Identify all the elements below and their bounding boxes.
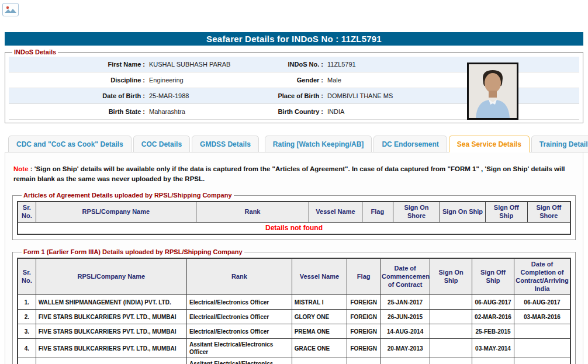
cell-flag: FOREIGN: [347, 310, 381, 324]
articles-table: Sr. No. RPSL/Company Name Rank Vessel Na…: [17, 201, 571, 235]
col-sr-no: Sr. No.: [18, 202, 36, 222]
col-sign-off-shore: Sign Off Shore: [527, 202, 570, 222]
cell-sign-on-ship: [430, 339, 472, 358]
cell-sr-no: 2.: [18, 310, 36, 324]
articles-legend: Articles of Agreement Details uploaded b…: [22, 192, 234, 199]
sign-on-ship-note: Note : 'Sign on Ship' details will be av…: [13, 164, 575, 183]
cell-vessel: MISTRAL I: [292, 295, 347, 310]
first-name-value: KUSHAL SUBHASH PARAB: [149, 57, 260, 72]
cell-date-commencement: 20-MAY-2013: [381, 339, 430, 358]
cell-sign-on-ship: [430, 295, 472, 310]
cell-company: FIVE STARS BULKCARRIERS PVT. LTD., MUMBA…: [36, 310, 186, 324]
table-row: 4. FIVE STARS BULKCARRIERS PVT. LTD., MU…: [18, 339, 570, 358]
place-of-birth-label: Place of Birth :: [260, 88, 327, 103]
col-vessel: Vessel Name: [309, 202, 362, 222]
page-title: Seafarer Details for INDoS No : 11ZL5791: [5, 32, 583, 46]
cell-company: FIVE STARS BULKCARRIERS PVT. LTD., MUMBA…: [36, 324, 186, 339]
place-of-birth-value: DOMBIVLI THANE MS: [327, 88, 456, 103]
cell-sign-off-ship: 06-AUG-2017: [472, 295, 514, 310]
tab-cdc-coc-as-cook-details[interactable]: CDC and "CoC as Cook" Details: [8, 136, 132, 152]
cell-flag: FOREIGN: [347, 339, 381, 358]
col-sr-no: Sr. No.: [18, 258, 36, 295]
seafarer-photo: [467, 63, 518, 120]
col-sign-off-ship: Sign Off Ship: [485, 202, 527, 222]
discipline-label: Discipline :: [9, 72, 149, 88]
cell-flag: FOREIGN: [347, 295, 381, 310]
cell-sr-no: 5.: [18, 358, 36, 364]
col-date-commencement: Date of Commencement of Contract: [381, 258, 430, 295]
table-row: 5. FIVE STARS BULKCARRIERS PVT. LTD., MU…: [18, 358, 570, 364]
col-sign-on-ship: Sign On Ship: [430, 258, 472, 295]
cell-date-commencement: 30-JAN-2012: [381, 358, 430, 364]
indos-details-section: INDoS Details First Name : KUSHAL SUBHAS…: [5, 48, 583, 123]
birth-country-value: INDIA: [327, 104, 456, 119]
cell-vessel: PREMA ONE: [292, 324, 347, 339]
tab-dc-endorsement[interactable]: DC Endorsement: [373, 136, 447, 152]
details-not-found-message: Details not found: [18, 222, 570, 234]
birth-country-label: Birth Country :: [260, 104, 327, 119]
birth-state-label: Birth State :: [9, 104, 149, 119]
tab-content-panel: Note : 'Sign on Ship' details will be av…: [5, 152, 583, 364]
cell-sign-on-ship: [430, 324, 472, 339]
col-sign-on-ship: Sign On Ship: [440, 202, 486, 222]
form1-table: Sr. No. RPSL/Company Name Rank Vessel Na…: [17, 258, 571, 364]
first-name-label: First Name :: [9, 57, 149, 72]
col-rank: Rank: [196, 202, 309, 222]
table-row: 3. FIVE STARS BULKCARRIERS PVT. LTD., MU…: [18, 324, 570, 339]
cell-rank: Assitant Electrical/Electronics Officer: [186, 339, 292, 358]
cell-flag: FOREIGN: [347, 324, 381, 339]
cell-sign-off-ship: 03-MAY-2014: [472, 339, 514, 358]
indos-no-value: 11ZL5791: [327, 57, 456, 72]
cell-date-completion: 19-SEP-2012: [514, 358, 570, 364]
articles-of-agreement-section: Articles of Agreement Details uploaded b…: [12, 192, 576, 240]
col-sign-off-ship: Sign Off Ship: [472, 258, 514, 295]
cell-date-commencement: 25-JAN-2017: [381, 295, 430, 310]
cell-sr-no: 4.: [18, 339, 36, 358]
indos-no-label: INDoS No. :: [260, 57, 327, 72]
cell-sign-on-ship: [430, 358, 472, 364]
tab-rating-watch-keeping-ab[interactable]: Rating [Watch Keeping/AB]: [265, 136, 372, 152]
tab-sea-service-details[interactable]: Sea Service Details: [449, 136, 530, 152]
cell-rank: Electrical/Electronics Officer: [186, 310, 292, 324]
col-sign-on-shore: Sign On Shore: [393, 202, 440, 222]
discipline-value: Engineering: [149, 72, 260, 88]
cell-date-completion: 03-MAR-2016: [514, 310, 570, 324]
cell-rank: Electrical/Electronics Officer: [186, 324, 292, 339]
note-body: : 'Sign on Ship' details will be availab…: [13, 165, 565, 182]
tab-coc-details[interactable]: COC Details: [133, 136, 190, 152]
articles-header-row: Sr. No. RPSL/Company Name Rank Vessel Na…: [18, 202, 570, 222]
cell-rank: Electrical/Electronics Officer: [186, 295, 292, 310]
form1-legend: Form 1 (Earlier Form IIIA) Details uploa…: [22, 248, 244, 255]
col-flag: Flag: [362, 202, 393, 222]
cell-sign-off-ship: 02-MAR-2016: [472, 310, 514, 324]
cell-date-commencement: 26-JUN-2015: [381, 310, 430, 324]
tab-training-details[interactable]: Training Details: [531, 136, 588, 152]
gender-value: Male: [327, 72, 456, 88]
form1-header-row: Sr. No. RPSL/Company Name Rank Vessel Na…: [18, 258, 570, 295]
gender-label: Gender :: [260, 72, 327, 88]
cell-date-completion: [514, 324, 570, 339]
tab-gmdss-details[interactable]: GMDSS Details: [192, 136, 259, 152]
seafarer-details-page: Seafarer Details for INDoS No : 11ZL5791…: [0, 0, 588, 364]
cell-sign-off-ship: 25-FEB-2015: [472, 324, 514, 339]
cell-vessel: GLORY ONE: [292, 310, 347, 324]
table-row: 2. FIVE STARS BULKCARRIERS PVT. LTD., MU…: [18, 310, 570, 324]
cell-sr-no: 3.: [18, 324, 36, 339]
cell-sign-on-ship: [430, 310, 472, 324]
dob-label: Date of Birth :: [9, 88, 149, 103]
cell-sign-off-ship: 18-SEP-2012: [472, 358, 514, 364]
cell-date-commencement: 14-AUG-2014: [381, 324, 430, 339]
birth-state-value: Maharashtra: [149, 104, 260, 119]
col-date-completion: Date of Completion of Contract/Arriving …: [514, 258, 570, 295]
col-flag: Flag: [347, 258, 381, 295]
col-vessel: Vessel Name: [292, 258, 347, 295]
col-company: RPSL/Company Name: [36, 258, 186, 295]
cell-sr-no: 1.: [18, 295, 36, 310]
table-row: 1. WALLEM SHIPMANAGEMENT (INDIA) PVT. LT…: [18, 295, 570, 310]
tab-bar: CDC and "CoC as Cook" Details COC Detail…: [5, 136, 583, 152]
cell-rank: Assitant Electrical/Electronics Officer: [186, 358, 292, 364]
dob-value: 25-MAR-1988: [149, 88, 260, 103]
cell-vessel: MAHA DEEPA: [292, 358, 347, 364]
cell-date-completion: [514, 339, 570, 358]
cell-company: WALLEM SHIPMANAGEMENT (INDIA) PVT. LTD.: [36, 295, 186, 310]
